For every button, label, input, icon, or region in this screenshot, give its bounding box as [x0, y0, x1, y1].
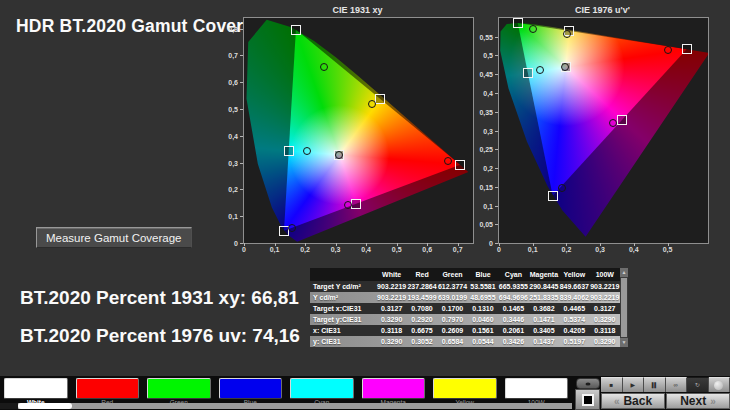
swatch-color [362, 378, 426, 399]
sync-button[interactable]: ↻ [687, 377, 709, 392]
table-cell: 0.1561 [468, 327, 498, 334]
dot-icon [586, 382, 591, 385]
y-axis-tick [240, 82, 243, 83]
table-cell: 0.1310 [468, 305, 498, 312]
table-cell: 839.4062 [559, 294, 589, 301]
x-axis-tick-label: 0,7 [453, 246, 463, 253]
table-cell: 903.2219 [590, 294, 620, 301]
table-cell: 0.1437 [529, 338, 559, 345]
table-cell: 903.2219 [376, 294, 406, 301]
gamut-1976-readout: BT.2020 Percent 1976 uv: 74,16 [20, 325, 300, 347]
table-header-cell: Green [437, 271, 467, 278]
swatch-color [76, 378, 140, 399]
y-axis-tick-label: 0,15 [479, 183, 493, 190]
y-axis-tick [240, 55, 243, 56]
y-axis-tick-label: 0,8 [228, 25, 238, 32]
table-cell: 0.3405 [529, 327, 559, 334]
table-cell: 0.2609 [437, 327, 467, 334]
pattern-scrollbar-track[interactable] [0, 403, 572, 409]
table-cell: 251.8335 [529, 294, 559, 301]
x-axis-tick-label: 0,1 [270, 246, 280, 253]
table-cell: 0.3118 [590, 327, 620, 334]
table-cell: 0.3290 [376, 338, 406, 345]
table-cell: 0.7080 [407, 305, 437, 312]
y-axis-tick [495, 131, 498, 132]
measurement-table: WhiteRedGreenBlueCyanMagentaYellow100WTa… [310, 268, 620, 347]
pause-button[interactable]: ▌▌ [644, 377, 666, 392]
app-background: { "window": { "title": "HDR BT.2020 Gamu… [0, 0, 730, 410]
indicator-button[interactable] [709, 377, 730, 392]
scroll-down-button[interactable]: ▼ [620, 338, 628, 347]
x-axis-tick-label: 0 [242, 246, 246, 253]
table-header-cell: White [376, 271, 406, 278]
pattern-scrollbar-thumb[interactable] [18, 403, 72, 409]
table-header-cell: Yellow [559, 271, 589, 278]
y-axis-tick [495, 224, 498, 225]
continuous-button[interactable]: ∞ [666, 377, 688, 392]
table-row-label: Target x:CIE31 [310, 305, 376, 312]
y-axis-tick [240, 243, 243, 244]
table-cell: 0.4465 [559, 305, 589, 312]
y-axis-tick-label: 0,2 [228, 186, 238, 193]
scroll-up-button[interactable]: ▲ [620, 268, 628, 277]
measure-gamut-coverage-button[interactable]: Measure Gamut Coverage [36, 227, 192, 248]
y-axis-tick [240, 136, 243, 137]
plot-area: 00,10,20,30,40,50,60,700,10,20,30,40,50,… [243, 17, 474, 244]
x-axis-tick-label: 0,2 [562, 246, 572, 253]
y-axis-tick-label: 0 [234, 240, 238, 247]
measured-marker-blue [288, 224, 296, 232]
table-cell: 0.6675 [407, 327, 437, 334]
swatch-color [219, 378, 283, 399]
next-chevron-icon: » [710, 396, 716, 407]
table-row: Y cd/m²903.2219193.4599639.019948.695569… [310, 292, 620, 303]
table-cell: 0.3127 [590, 305, 620, 312]
table-scrollbar[interactable]: ▲ ▼ [620, 268, 628, 347]
back-button[interactable]: « Back [601, 393, 665, 409]
measured-marker-blue [558, 184, 566, 192]
navigation-buttons: « Back Next » [601, 393, 730, 409]
table-cell: 0.1465 [498, 305, 528, 312]
gamut-triangle [499, 18, 708, 243]
table-cell: 694.9696 [498, 294, 528, 301]
measured-marker-white [335, 151, 343, 159]
next-button[interactable]: Next » [666, 393, 730, 409]
table-header-cell: 100W [590, 271, 620, 278]
table-row: y: CIE310.32900.30520.65840.05440.34260.… [310, 336, 620, 347]
gamut-diagram [499, 18, 708, 243]
y-axis-tick-label: 0,4 [228, 132, 238, 139]
y-axis-tick-label: 0,1 [228, 213, 238, 220]
y-axis-tick-label: 0,35 [479, 108, 493, 115]
pattern-scrollbar-lead [0, 403, 18, 409]
stop-button[interactable]: ■ [601, 377, 623, 392]
table-cell: 0.6584 [437, 338, 467, 345]
pattern-window-button[interactable] [575, 389, 600, 410]
window-icon [582, 394, 594, 406]
table-row-label: x: CIE31 [310, 327, 376, 334]
table-row: Target x:CIE310.31270.70800.17000.13100.… [310, 303, 620, 314]
target-marker-magenta [351, 199, 361, 209]
scrollbar-thumb[interactable] [621, 278, 627, 337]
x-axis-tick-label: 0,4 [361, 246, 371, 253]
play-button[interactable]: ▶ [623, 377, 645, 392]
measured-marker-yellow [563, 30, 571, 38]
y-axis-tick-label: 0,5 [483, 52, 493, 59]
y-axis-tick-label: 0,3 [483, 127, 493, 134]
table-cell: 0.1700 [437, 305, 467, 312]
y-axis-tick-label: 0,2 [483, 164, 493, 171]
measured-marker-magenta [609, 119, 617, 127]
y-axis-tick-label: 0,05 [479, 221, 493, 228]
table-row-label: y: CIE31 [310, 338, 376, 345]
table-cell: 0.3290 [590, 338, 620, 345]
back-chevron-icon: « [614, 396, 620, 407]
pause-icon: ▌▌ [652, 382, 657, 388]
y-axis-tick [240, 109, 243, 110]
pattern-window-indicator-button[interactable] [576, 378, 600, 389]
table-cell: 0.5197 [559, 338, 589, 345]
target-marker-green [513, 18, 523, 28]
target-marker-magenta [617, 115, 627, 125]
table-cell: 290.8445 [529, 283, 559, 290]
y-axis-tick [495, 74, 498, 75]
gamut-triangle [244, 18, 473, 243]
table-cell: 0.3446 [498, 316, 528, 323]
y-axis-tick-label: 0,6 [228, 79, 238, 86]
